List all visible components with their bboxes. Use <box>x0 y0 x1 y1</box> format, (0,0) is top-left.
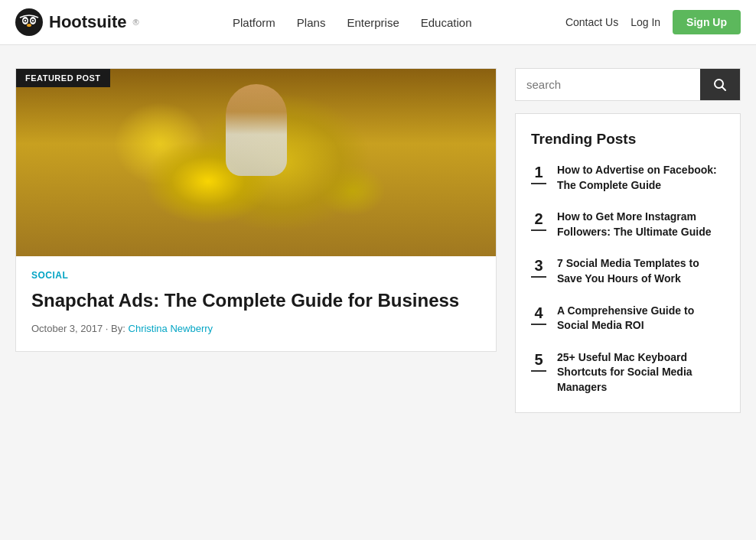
topbar-right: Contact Us Log In Sign Up <box>565 10 741 34</box>
trend-title: 25+ Useful Mac Keyboard Shortcuts for So… <box>557 350 725 395</box>
trend-title: A Comprehensive Guide to Social Media RO… <box>557 304 725 333</box>
main-column: FEATURED POST SOCIAL Snapchat Ads: The C… <box>15 68 497 413</box>
trend-number-wrap: 4 <box>531 304 546 325</box>
featured-post[interactable]: FEATURED POST SOCIAL Snapchat Ads: The C… <box>15 68 497 352</box>
trend-divider-line <box>531 183 546 184</box>
nav-platform[interactable]: Platform <box>233 16 275 29</box>
sidebar: Trending Posts 1 How to Advertise on Fac… <box>515 68 741 413</box>
search-box <box>515 68 741 101</box>
post-by: By: <box>111 323 125 334</box>
trending-posts-box: Trending Posts 1 How to Advertise on Fac… <box>515 113 741 413</box>
trend-divider-line <box>531 276 546 278</box>
featured-title[interactable]: Snapchat Ads: The Complete Guide for Bus… <box>31 288 481 312</box>
trend-title: How to Get More Instagram Followers: The… <box>557 210 725 239</box>
page-content: FEATURED POST SOCIAL Snapchat Ads: The C… <box>0 45 756 436</box>
topbar: Hootsuite ® Platform Plans Enterprise Ed… <box>0 0 756 45</box>
trend-number-wrap: 2 <box>531 210 546 231</box>
trending-item-1[interactable]: 1 How to Advertise on Facebook: The Comp… <box>531 163 725 193</box>
trend-number: 5 <box>534 352 543 367</box>
logo-trademark: ® <box>132 18 138 27</box>
svg-point-0 <box>15 8 43 36</box>
trend-number-wrap: 1 <box>531 163 546 184</box>
hootsuite-owl-icon <box>15 8 43 36</box>
author-link[interactable]: Christina Newberry <box>129 323 213 334</box>
log-in-link[interactable]: Log In <box>631 16 660 28</box>
trend-divider-line <box>531 229 546 231</box>
svg-point-6 <box>32 20 34 21</box>
featured-label: FEATURED POST <box>16 69 110 87</box>
trending-item-5[interactable]: 5 25+ Useful Mac Keyboard Shortcuts for … <box>531 350 725 395</box>
trend-number-wrap: 5 <box>531 350 546 372</box>
trend-number-wrap: 3 <box>531 256 546 278</box>
trending-title: Trending Posts <box>531 131 725 148</box>
trend-number: 3 <box>534 258 543 273</box>
featured-image: FEATURED POST <box>16 69 496 256</box>
trending-list: 1 How to Advertise on Facebook: The Comp… <box>531 163 725 395</box>
nav-education[interactable]: Education <box>421 16 472 29</box>
category-tag[interactable]: SOCIAL <box>31 270 481 281</box>
trending-item-4[interactable]: 4 A Comprehensive Guide to Social Media … <box>531 304 725 333</box>
trend-number: 1 <box>534 164 543 180</box>
trend-number: 4 <box>534 305 543 320</box>
trend-number: 2 <box>534 211 543 226</box>
nav-plans[interactable]: Plans <box>297 16 326 29</box>
trend-title: 7 Social Media Templates to Save You Hou… <box>557 256 725 286</box>
sign-up-button[interactable]: Sign Up <box>673 10 741 34</box>
trend-divider-line <box>531 324 546 325</box>
nav-enterprise[interactable]: Enterprise <box>347 16 399 29</box>
main-nav: Platform Plans Enterprise Education <box>233 16 471 29</box>
post-meta: October 3, 2017 · By: Christina Newberry <box>31 323 481 334</box>
logo[interactable]: Hootsuite ® <box>15 8 139 36</box>
svg-line-9 <box>722 86 726 90</box>
trend-divider-line <box>531 370 546 372</box>
contact-us-link[interactable]: Contact Us <box>565 16 618 28</box>
featured-image-placeholder <box>16 69 496 256</box>
person-silhouette <box>226 84 287 176</box>
trend-title: How to Advertise on Facebook: The Comple… <box>557 163 725 193</box>
search-button[interactable] <box>700 69 740 100</box>
trending-item-3[interactable]: 3 7 Social Media Templates to Save You H… <box>531 256 725 286</box>
svg-point-7 <box>27 24 31 27</box>
search-icon <box>713 78 727 92</box>
post-date: October 3, 2017 <box>31 323 103 334</box>
svg-point-5 <box>24 20 26 21</box>
search-input[interactable] <box>516 69 700 100</box>
logo-text: Hootsuite <box>49 12 126 32</box>
featured-body: SOCIAL Snapchat Ads: The Complete Guide … <box>16 256 496 351</box>
trending-item-2[interactable]: 2 How to Get More Instagram Followers: T… <box>531 210 725 239</box>
